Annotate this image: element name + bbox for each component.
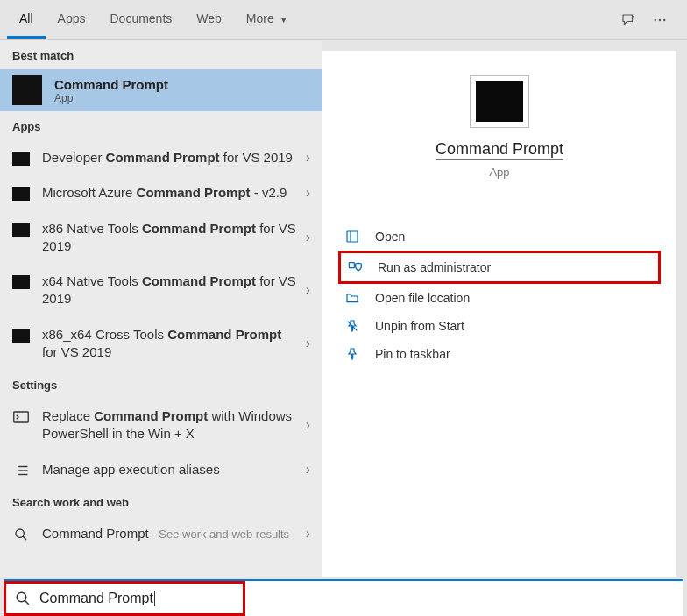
shield-icon [344, 260, 365, 274]
tab-apps[interactable]: Apps [46, 1, 98, 39]
search-bar: Command Prompt [4, 579, 683, 616]
result-label: Replace Command Prompt with Windows Powe… [42, 407, 306, 443]
svg-rect-12 [347, 231, 358, 242]
chevron-right-icon[interactable]: › [306, 185, 310, 201]
chevron-right-icon[interactable]: › [306, 526, 310, 542]
chevron-right-icon[interactable]: › [306, 336, 310, 351]
search-icon [15, 591, 31, 606]
top-tab-bar: All Apps Documents Web More ▼ [0, 0, 687, 40]
results-panel: Best match Command Prompt App Apps Devel… [0, 40, 322, 577]
result-label: x86 Native Tools Command Prompt for VS 2… [42, 220, 306, 256]
result-label: Developer Command Prompt for VS 2019 [42, 149, 306, 166]
tab-web[interactable]: Web [184, 1, 234, 39]
unpin-icon [342, 319, 363, 333]
result-label: x64 Native Tools Command Prompt for VS 2… [42, 273, 306, 308]
tab-all[interactable]: All [7, 1, 46, 39]
section-work-web: Search work and web [0, 487, 322, 516]
tab-more[interactable]: More ▼ [234, 1, 301, 39]
action-label: Open file location [375, 291, 470, 305]
chevron-right-icon[interactable]: › [306, 282, 310, 298]
chevron-right-icon[interactable]: › [306, 230, 310, 245]
web-result[interactable]: Command Prompt - See work and web result… [0, 516, 322, 551]
action-label: Pin to taskbar [375, 347, 450, 361]
action-label: Unpin from Start [375, 319, 464, 333]
section-best-match: Best match [0, 40, 322, 69]
svg-line-16 [25, 600, 29, 605]
topbar-actions [620, 12, 680, 28]
section-apps: Apps [0, 111, 322, 140]
result-label: Command Prompt - See work and web result… [42, 525, 306, 542]
tabs: All Apps Documents Web More ▼ [7, 1, 301, 39]
svg-point-2 [663, 18, 665, 20]
chevron-right-icon[interactable]: › [306, 150, 310, 166]
detail-title[interactable]: Command Prompt [436, 140, 563, 160]
folder-icon [342, 291, 363, 305]
action-open-file-location[interactable]: Open file location [338, 284, 661, 312]
tab-documents[interactable]: Documents [97, 1, 184, 39]
app-result[interactable]: Developer Command Prompt for VS 2019 › [0, 140, 322, 175]
app-result[interactable]: x86 Native Tools Command Prompt for VS 2… [0, 211, 322, 265]
app-result[interactable]: x64 Native Tools Command Prompt for VS 2… [0, 264, 322, 317]
setting-result[interactable]: Replace Command Prompt with Windows Powe… [0, 399, 322, 452]
list-icon [12, 464, 30, 478]
section-settings: Settings [0, 370, 322, 399]
action-label: Open [375, 230, 405, 244]
detail-panel: Command Prompt App Open Run as administr… [322, 51, 676, 577]
svg-point-0 [655, 18, 656, 20]
cmd-icon [12, 75, 42, 105]
chevron-right-icon[interactable]: › [306, 417, 310, 433]
action-label: Run as administrator [378, 260, 491, 274]
open-icon [342, 230, 363, 244]
action-pin-to-taskbar[interactable]: Pin to taskbar [338, 340, 661, 368]
cmd-icon [12, 275, 30, 289]
cmd-icon [12, 187, 30, 201]
svg-line-11 [23, 536, 26, 540]
action-open[interactable]: Open [338, 223, 661, 251]
result-label: Microsoft Azure Command Prompt - v2.9 [42, 184, 306, 202]
action-run-as-administrator[interactable]: Run as administrator [338, 251, 661, 284]
cmd-icon [12, 223, 30, 237]
more-options-icon[interactable] [652, 12, 668, 28]
chevron-down-icon: ▼ [280, 15, 288, 25]
chevron-right-icon[interactable]: › [306, 462, 310, 478]
svg-point-10 [16, 529, 24, 537]
action-unpin-from-start[interactable]: Unpin from Start [338, 312, 661, 340]
svg-point-1 [659, 18, 661, 20]
detail-thumbnail [470, 75, 529, 128]
best-match-subtitle: App [54, 92, 168, 104]
app-result[interactable]: Microsoft Azure Command Prompt - v2.9 › [0, 175, 322, 210]
feedback-icon[interactable] [620, 12, 636, 28]
setting-result[interactable]: Manage app execution aliases › [0, 452, 322, 487]
svg-rect-13 [349, 263, 354, 268]
best-match-title: Command Prompt [54, 77, 168, 92]
detail-subtitle: App [489, 166, 509, 179]
search-input[interactable]: Command Prompt [4, 581, 245, 616]
svg-rect-3 [14, 412, 29, 422]
result-label: x86_x64 Cross Tools Command Prompt for V… [42, 326, 306, 362]
search-icon [12, 527, 30, 542]
pin-icon [342, 347, 363, 361]
cmd-icon [12, 152, 30, 166]
terminal-icon [12, 410, 30, 424]
app-result[interactable]: x86_x64 Cross Tools Command Prompt for V… [0, 317, 322, 371]
tab-more-label: More [246, 11, 274, 25]
svg-point-15 [17, 592, 26, 602]
best-match-item[interactable]: Command Prompt App [0, 69, 322, 111]
search-query-text: Command Prompt [39, 591, 155, 606]
result-label: Manage app execution aliases [42, 461, 306, 478]
cmd-icon [12, 329, 30, 343]
